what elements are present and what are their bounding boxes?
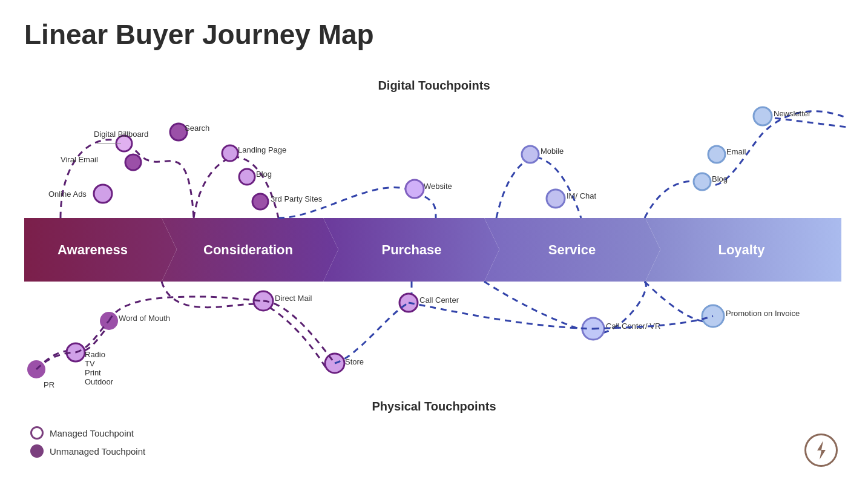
- svg-point-15: [94, 185, 112, 203]
- svg-text:Search: Search: [185, 124, 209, 133]
- svg-point-38: [27, 360, 45, 378]
- svg-line-37: [775, 118, 847, 127]
- legend-unmanaged: Unmanaged Touchpoint: [30, 444, 145, 458]
- svg-text:PR: PR: [44, 380, 54, 389]
- svg-text:Website: Website: [424, 182, 452, 191]
- unmanaged-icon: [30, 444, 44, 458]
- physical-touchpoints-label: Physical Touchpoints: [0, 400, 868, 414]
- svg-point-17: [170, 124, 187, 140]
- svg-text:Viral Email: Viral Email: [61, 155, 98, 164]
- managed-label: Managed Touchpoint: [50, 428, 134, 438]
- svg-marker-2: [323, 218, 499, 282]
- svg-point-21: [239, 169, 255, 185]
- svg-marker-3: [484, 218, 660, 282]
- svg-point-40: [67, 343, 85, 361]
- svg-marker-4: [645, 218, 841, 282]
- svg-text:Call Center/ VR: Call Center/ VR: [606, 321, 660, 331]
- svg-marker-0: [24, 218, 177, 282]
- svg-text:Call Center: Call Center: [419, 295, 459, 305]
- svg-text:Blog: Blog: [712, 174, 728, 183]
- svg-text:Newsletter: Newsletter: [774, 109, 811, 118]
- svg-text:Awareness: Awareness: [58, 242, 128, 257]
- svg-text:Landing Page: Landing Page: [238, 145, 286, 154]
- svg-text:Word of Mouth: Word of Mouth: [119, 314, 170, 323]
- svg-point-55: [702, 305, 724, 327]
- svg-text:3rd Party Sites: 3rd Party Sites: [271, 194, 323, 203]
- svg-text:Mobile: Mobile: [541, 147, 564, 156]
- svg-point-35: [754, 107, 772, 125]
- page-title: Linear Buyer Journey Map: [24, 18, 374, 51]
- svg-text:Service: Service: [548, 242, 596, 257]
- svg-text:Outdoor: Outdoor: [85, 377, 114, 386]
- svg-text:Loyalty: Loyalty: [718, 242, 765, 257]
- svg-point-13: [125, 154, 141, 170]
- svg-text:Purchase: Purchase: [381, 242, 441, 257]
- svg-point-49: [325, 354, 344, 373]
- svg-text:Online Ads: Online Ads: [48, 190, 87, 199]
- svg-point-51: [399, 294, 418, 312]
- svg-text:Promotion on Invoice: Promotion on Invoice: [726, 309, 800, 318]
- svg-text:Email: Email: [726, 147, 746, 156]
- svg-text:Blog: Blog: [256, 170, 272, 179]
- svg-text:Direct Mail: Direct Mail: [275, 294, 312, 303]
- unmanaged-label: Unmanaged Touchpoint: [50, 446, 145, 457]
- svg-point-19: [222, 145, 238, 161]
- svg-point-29: [547, 190, 565, 208]
- svg-point-33: [694, 173, 711, 190]
- svg-point-31: [708, 146, 725, 163]
- svg-text:TV: TV: [85, 359, 95, 368]
- legend-managed: Managed Touchpoint: [30, 426, 145, 440]
- svg-text:Consideration: Consideration: [203, 242, 293, 257]
- svg-point-25: [406, 180, 424, 198]
- svg-point-53: [582, 318, 604, 340]
- svg-point-10: [116, 136, 132, 151]
- journey-paths: Awareness Consideration Purchase Service…: [0, 0, 868, 488]
- svg-marker-1: [162, 218, 338, 282]
- managed-icon: [30, 426, 44, 440]
- bolt-icon: [804, 434, 838, 467]
- svg-point-27: [522, 146, 539, 163]
- legend: Managed Touchpoint Unmanaged Touchpoint: [30, 426, 145, 458]
- svg-point-23: [252, 194, 268, 209]
- svg-text:Store: Store: [345, 357, 364, 366]
- svg-text:IM/ Chat: IM/ Chat: [567, 191, 597, 200]
- digital-touchpoints-label: Digital Touchpoints: [0, 79, 868, 93]
- svg-text:Radio: Radio: [85, 350, 105, 359]
- svg-point-47: [254, 291, 273, 311]
- svg-text:Digital Billboard: Digital Billboard: [94, 130, 148, 139]
- svg-point-45: [100, 312, 118, 330]
- svg-text:Print: Print: [85, 368, 101, 377]
- svg-marker-57: [817, 441, 826, 460]
